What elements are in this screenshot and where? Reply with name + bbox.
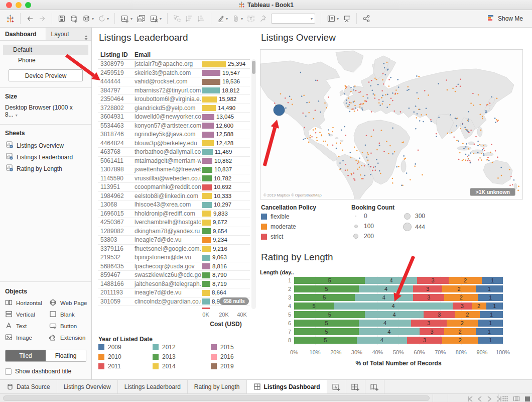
rating-segment-4[interactable]: 4 (334, 303, 453, 310)
booking-legend-item-100[interactable]: 100 (351, 223, 386, 230)
map-mark[interactable] (332, 131, 333, 133)
cost-bar[interactable] (202, 158, 212, 164)
map-mark[interactable] (288, 102, 289, 104)
cost-bar[interactable] (202, 123, 214, 129)
map-mark[interactable] (377, 163, 379, 164)
rating-segment-1[interactable]: 1 (476, 285, 503, 292)
map-mark[interactable] (459, 152, 461, 154)
map-mark[interactable] (473, 105, 474, 106)
device-option-default[interactable]: Default (3, 45, 88, 55)
cost-bar[interactable] (202, 87, 220, 93)
leaderboard-row[interactable]: 4250367lverchambrelh@hostgato..9,672 (98, 218, 250, 227)
map-mark[interactable] (354, 85, 356, 87)
map-mark[interactable] (345, 164, 346, 165)
column-header-listing-id[interactable]: Listing ID (100, 51, 128, 58)
leaderboard-row[interactable]: 1145590vrussilllai@webeden.co.uk10,782 (98, 174, 250, 183)
new-dashboard-button[interactable] (346, 380, 365, 393)
map-mark[interactable] (370, 166, 372, 168)
nulls-indicator-badge[interactable]: 658 nulls (219, 297, 249, 305)
map-mark[interactable] (396, 166, 397, 168)
booking-legend-item-300[interactable]: 300 (403, 213, 438, 220)
map-mark[interactable] (382, 79, 383, 81)
cancellation-legend-item-moderate[interactable]: moderate (261, 223, 296, 230)
rating-segment-2[interactable]: 2 (455, 311, 480, 318)
leaderboard-row[interactable]: 3728802glandrickd5@yelp.com14,490 (98, 104, 250, 113)
map-mark[interactable] (501, 175, 502, 176)
object-webpage[interactable]: Web Page (49, 299, 92, 307)
tab-layout[interactable]: Layout (46, 28, 92, 40)
map-mark[interactable] (381, 97, 382, 98)
map-mark[interactable] (395, 93, 396, 94)
map-mark[interactable] (303, 95, 305, 96)
page-first-button[interactable] (468, 395, 473, 402)
map-mark[interactable] (417, 113, 418, 115)
map-mark[interactable] (362, 109, 363, 111)
map-mark[interactable] (457, 118, 458, 119)
map-mark[interactable] (479, 104, 481, 106)
pause-updates-button[interactable]: ▾ (82, 15, 94, 23)
map-mark[interactable] (497, 157, 498, 158)
map-mark[interactable] (486, 159, 488, 161)
map-mark[interactable] (468, 132, 470, 133)
map-mark[interactable] (368, 81, 370, 83)
map-mark[interactable] (491, 144, 492, 145)
map-mark[interactable] (316, 137, 318, 139)
map-mark[interactable] (463, 148, 465, 149)
year-legend-item-2009[interactable]: 2009 (98, 344, 121, 351)
map-mark[interactable] (289, 96, 291, 97)
map-mark[interactable] (405, 158, 406, 159)
map-mark[interactable] (321, 134, 322, 136)
map-mark[interactable] (345, 135, 346, 136)
show-hide-cards-button[interactable]: ▾ (327, 15, 339, 23)
rating-segment-3[interactable]: 3 (407, 337, 443, 344)
leaderboard-row[interactable]: 3604931ldowelld0@newyorker.co..13,045 (98, 113, 250, 122)
map-mark[interactable] (482, 149, 483, 151)
leaderboard-row[interactable]: 859467swaszkiewicz6u@cdc.gov8,790 (98, 271, 250, 280)
map-mark[interactable] (392, 153, 393, 155)
map-mark[interactable] (361, 178, 362, 179)
rating-segment-1[interactable]: 1 (478, 320, 503, 327)
object-blank[interactable]: Blank (49, 311, 92, 319)
map-mark[interactable] (463, 159, 464, 160)
map-mark[interactable] (347, 169, 348, 171)
leaderboard-row[interactable] (98, 306, 250, 309)
map-mark[interactable] (418, 76, 420, 77)
sheet-tab-listings-leaderboard[interactable]: Listings Leaderboard (118, 380, 188, 393)
map-mark[interactable] (353, 89, 354, 91)
cost-bar[interactable] (202, 167, 212, 173)
map-mark[interactable] (451, 132, 453, 133)
map-mark[interactable] (382, 73, 384, 74)
map-mark[interactable] (456, 125, 458, 127)
map-mark[interactable] (394, 111, 395, 112)
leaderboard-row[interactable]: 5061411mtalmadgelt@merriam-w..10,862 (98, 157, 250, 166)
map-mark[interactable] (379, 105, 381, 106)
cost-bar[interactable] (202, 70, 220, 76)
map-mark[interactable] (384, 67, 385, 69)
rating-segment-4[interactable]: 4 (365, 311, 423, 318)
map-mark[interactable] (274, 103, 276, 104)
map-mark[interactable] (482, 118, 483, 120)
map-mark[interactable] (462, 160, 463, 161)
rating-segment-5[interactable]: 5 (294, 311, 365, 318)
rating-segment-2[interactable]: 2 (442, 337, 478, 344)
map-mark[interactable] (349, 111, 351, 113)
map-mark[interactable] (470, 103, 472, 104)
map-mark[interactable] (477, 141, 479, 142)
map-mark[interactable] (379, 145, 380, 146)
map-mark[interactable] (468, 148, 470, 150)
map-mark[interactable] (310, 135, 311, 136)
map-mark[interactable] (414, 112, 415, 113)
cost-bar[interactable] (202, 255, 210, 261)
map-mark[interactable] (354, 179, 356, 181)
rating-segment-5[interactable]: 5 (294, 294, 355, 301)
map-mark[interactable] (342, 149, 343, 151)
map-mark[interactable] (318, 100, 320, 102)
map-mark[interactable] (408, 86, 409, 88)
cost-bar[interactable] (202, 114, 214, 120)
rating-segment-3[interactable]: 3 (413, 294, 444, 301)
map-mark[interactable] (371, 136, 372, 137)
map-mark[interactable] (383, 83, 384, 85)
rating-segment-4[interactable]: 4 (365, 277, 417, 284)
map-mark[interactable] (280, 93, 282, 95)
map-mark[interactable] (315, 110, 316, 111)
